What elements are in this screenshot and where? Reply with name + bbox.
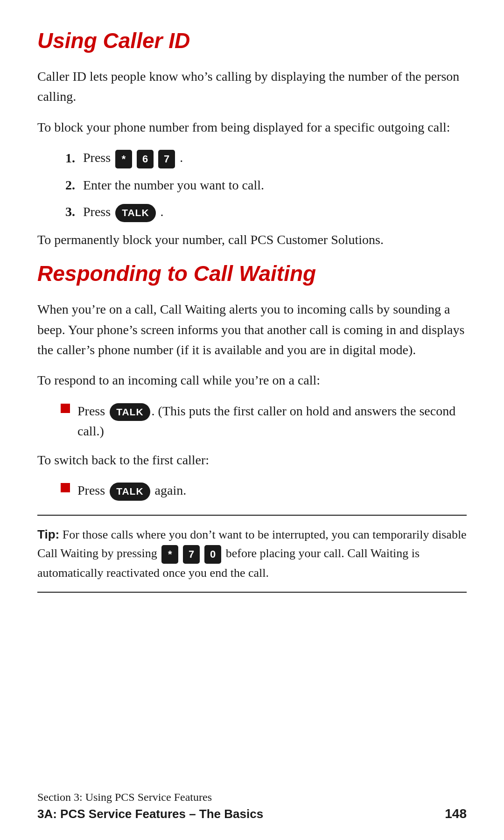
call-waiting-bullets-1: Press TALK. (This puts the first caller … <box>61 401 467 441</box>
bullet-square-2 <box>61 483 70 492</box>
footer-bottom: 3A: PCS Service Features – The Basics 14… <box>37 806 467 821</box>
step-1-text: Press * 6 7 . <box>83 147 183 168</box>
heading-call-waiting: Responding to Call Waiting <box>37 261 467 286</box>
step-3-text: Press TALK . <box>83 202 164 222</box>
caller-id-intro-2: To block your phone number from being di… <box>37 117 467 137</box>
step-2-text: Enter the number you want to call. <box>83 175 264 195</box>
call-waiting-intro-2: To respond to an incoming call while you… <box>37 370 467 390</box>
tip-label: Tip: <box>37 527 59 541</box>
footer-chapter-label: 3A: PCS Service Features – The Basics <box>37 807 263 821</box>
key-talk-2: TALK <box>110 403 150 421</box>
call-waiting-switch: To switch back to the first caller: <box>37 450 467 470</box>
step-3: 3. Press TALK . <box>65 202 467 222</box>
step-1: 1. Press * 6 7 . <box>65 147 467 168</box>
step-2-num: 2. <box>65 175 78 195</box>
tip-key-0: 0 <box>204 545 221 564</box>
bullet-2-text: Press TALK again. <box>77 480 186 501</box>
footer-page-number: 148 <box>445 806 467 821</box>
tip-box: Tip: For those calls where you don’t wan… <box>37 515 467 593</box>
key-6: 6 <box>137 150 154 168</box>
heading-using-caller-id: Using Caller ID <box>37 28 467 53</box>
page-content: Using Caller ID Caller ID lets people kn… <box>0 0 504 649</box>
tip-key-7: 7 <box>183 545 200 564</box>
call-waiting-intro-1: When you’re on a call, Call Waiting aler… <box>37 299 467 360</box>
key-star: * <box>115 150 132 168</box>
bullet-item-2: Press TALK again. <box>61 480 467 501</box>
caller-id-closing: To permanently block your number, call P… <box>37 230 467 250</box>
step-2: 2. Enter the number you want to call. <box>65 175 467 195</box>
step-3-num: 3. <box>65 202 78 222</box>
tip-key-star: * <box>161 545 178 564</box>
step-1-num: 1. <box>65 148 78 168</box>
bullet-item-1: Press TALK. (This puts the first caller … <box>61 401 467 441</box>
footer: Section 3: Using PCS Service Features 3A… <box>37 791 467 821</box>
step-1-keys: * 6 7 <box>114 150 176 168</box>
footer-section-label: Section 3: Using PCS Service Features <box>37 791 467 804</box>
caller-id-intro-1: Caller ID lets people know who’s calling… <box>37 66 467 107</box>
key-talk-1: TALK <box>115 204 155 222</box>
bullet-1-text: Press TALK. (This puts the first caller … <box>77 401 467 441</box>
tip-keys: * 7 0 <box>160 545 223 564</box>
key-talk-3: TALK <box>110 483 150 501</box>
key-7: 7 <box>158 150 175 168</box>
call-waiting-bullets-2: Press TALK again. <box>61 480 467 501</box>
caller-id-steps: 1. Press * 6 7 . 2. Enter the number you… <box>65 147 467 222</box>
bullet-square-1 <box>61 404 70 413</box>
